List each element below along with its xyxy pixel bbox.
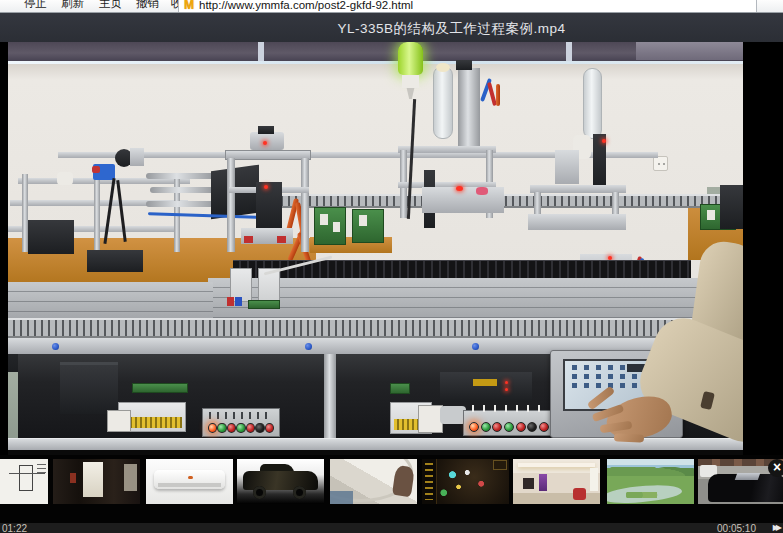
bright-window [83,462,104,497]
thumbnail-strip: × 01:22 00:05:10 ▶▶ [0,455,783,533]
yellow-wiring [122,417,182,428]
nav-undo[interactable]: 撤销 [136,0,159,11]
tube-cap [436,63,450,72]
curtain-right-panel [636,42,743,60]
station-base [528,214,626,230]
video-titlebar: YL-335B的结构及工作过程案例.mp4 [0,13,783,42]
cavity-divider-post [324,354,336,440]
blue-bolt [305,343,312,350]
wire-orange [496,84,500,106]
button-black [255,423,264,433]
toggle-switch-row [209,412,273,419]
feeder-unit [28,220,74,254]
cove-light [518,463,595,467]
actuator-cap [258,126,274,134]
workpiece-pink [476,187,488,195]
close-strip-button[interactable]: × [768,459,783,477]
truck-wheel [253,486,266,499]
frl-bracket [130,148,144,166]
video-frame[interactable] [8,42,743,455]
curtain-gap [258,42,264,62]
button-red [265,423,274,433]
inverter-vfd [60,362,118,414]
clamp-red [244,236,253,243]
button-red [227,423,236,433]
blue-bolt [472,343,479,350]
thumbnail-black-truck[interactable] [237,459,324,504]
chip-red [227,297,234,306]
thumbnail-green-valley[interactable] [607,459,694,504]
gantry-leg [227,158,235,252]
button-green [481,422,491,432]
wall-socket [653,156,668,171]
terminal-green-strip [390,383,410,394]
status-led [505,388,508,391]
gantry-top-beam [225,150,311,160]
front-slotted-rail [8,318,743,338]
next-track-icon[interactable]: ▶▶ [773,523,779,533]
pallet-fixture [314,207,346,245]
thumbnail-schematic-diagram[interactable] [0,459,48,504]
bench-deck [208,278,743,318]
thumbnail-air-conditioner[interactable] [146,459,233,504]
ac-logo [188,476,193,479]
ac-vent [158,483,221,487]
pallet-part [333,222,340,232]
player-control-bar[interactable]: 01:22 00:05:10 ▶▶ [0,523,783,533]
sensor-led [263,141,267,145]
workpiece-white [57,172,73,185]
total-duration: 00:05:10 [717,523,756,533]
windshield [735,473,760,480]
button-green [217,423,226,433]
motor-box [87,250,143,272]
window-light-line [8,61,743,64]
signal-tower-green-light [398,42,423,75]
button-red [492,422,502,432]
window-pane [124,464,136,491]
site-favicon-icon: M [184,0,194,11]
valve-knob-red [92,166,100,173]
truck-wheel [293,486,306,499]
thumbnail-dark-room[interactable] [53,459,140,504]
nav-refresh[interactable]: 刷新 [61,0,84,11]
screen-button-row [572,374,642,379]
button-red [246,423,255,433]
screen: 停止 刷新 主页 撤销 收藏 M http://www.ymmfa.com/po… [0,0,783,533]
guide-rod [146,173,214,179]
pushbutton-panel [202,408,280,437]
thumbnail-ceiling-work[interactable] [330,459,417,504]
pallet-part [359,215,367,226]
thumbnail-game-scene[interactable] [422,459,509,504]
socket-hole [658,163,660,165]
video-title: YL-335B的结构及工作过程案例.mp4 [120,20,783,38]
finger [614,433,644,442]
button-black [527,422,537,432]
guide-rod [150,187,214,193]
far-hills [607,465,694,476]
diagram-notes [37,464,46,476]
red-chair [573,488,586,500]
elapsed-time: 01:22 [2,523,27,533]
video-display[interactable] [0,42,783,455]
button-green [504,422,514,432]
toggle-pins [472,405,546,412]
stack-tube [583,68,602,139]
islands [623,492,661,498]
address-bar[interactable]: M http://www.ymmfa.com/post2-gkfd-92.htm… [178,0,757,13]
bright-window [590,468,599,491]
blue-material [330,491,353,504]
indicator-button-row [469,422,549,432]
clamp-red [277,236,286,243]
purple-curtain [8,42,743,62]
button-red-lit [208,423,217,433]
nav-home[interactable]: 主页 [99,0,122,11]
url-text: http://www.ymmfa.com/post2-gkfd-92.html [199,0,413,11]
sensor-led [264,185,268,189]
pallet-part [320,214,328,225]
purple-accent [539,474,547,491]
nav-stop[interactable]: 停止 [24,0,47,11]
sorter-block [555,150,579,184]
thumbnail-living-room[interactable] [513,459,600,504]
indicator-button-row [208,423,274,433]
stack-tube [433,66,453,139]
